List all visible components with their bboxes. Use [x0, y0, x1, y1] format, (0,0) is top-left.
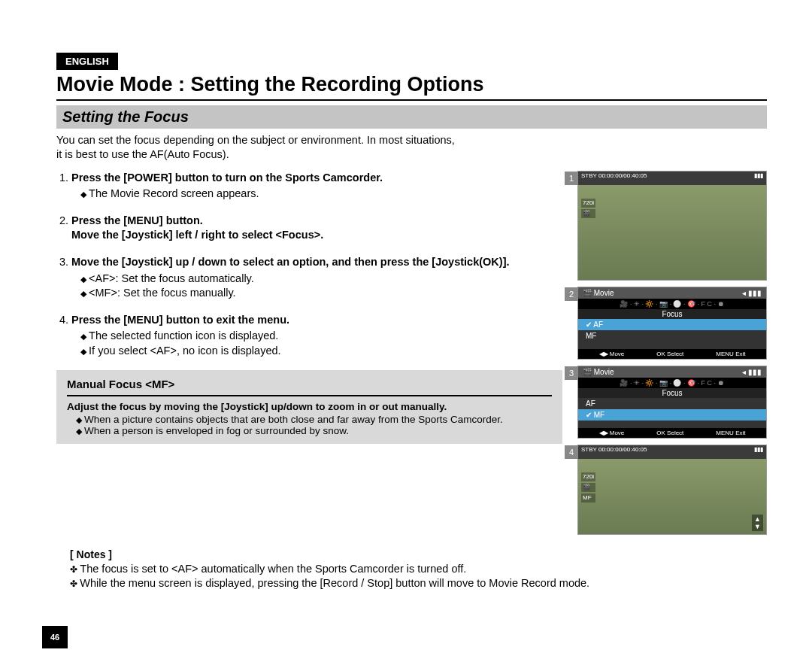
note-a: The focus is set to <AF> automatically w… [70, 562, 767, 577]
battery-icon: ◂ ▮▮▮ [742, 368, 762, 376]
menu-icon-row: 🎥 · ✳ · 🔆 · 📷 · ⚪ · 🎯 · F C · ⏺ [578, 378, 766, 388]
step-3-mf: <MF>: Set the focus manually. [89, 287, 236, 299]
intro-text: You can set the focus depending on the s… [56, 133, 767, 162]
menu-option-af[interactable]: ✔ AF [578, 319, 766, 330]
screenshot-number: 3 [565, 366, 578, 380]
mf-case-b: When a person is enveloped in fog or sur… [76, 425, 552, 436]
section-subtitle: Setting the Focus [56, 105, 767, 129]
screenshot-number: 4 [565, 445, 578, 459]
screenshot-4: 4 STBY 00:00:00/00:40:05 ▮▮▮ 720i 🎬 MF ▲… [577, 445, 767, 535]
intro-line-1: You can set the focus depending on the s… [56, 134, 455, 146]
battery-icon: ◂ ▮▮▮ [742, 289, 762, 297]
battery-icon: ▮▮▮ [754, 446, 763, 458]
steps-list: Press the [POWER] button to turn on the … [56, 171, 562, 359]
res-icon: 720i [581, 472, 595, 481]
menu-mode-label: Movie [594, 289, 614, 297]
mf-heading: Manual Focus <MF> [67, 378, 552, 396]
rec-icon: 🎬 [581, 483, 595, 492]
hint-move: ◀▶ Move [599, 351, 625, 357]
menu-section-label: Focus [578, 388, 766, 398]
notes-list: The focus is set to <AF> automatically w… [56, 562, 767, 591]
menu-mode: 🎬 [583, 368, 594, 376]
zoom-icon: ▲▼ [752, 515, 763, 531]
osd-icons: 720i 🎬 MF [581, 472, 595, 504]
menu-mode-label: Movie [594, 368, 614, 376]
screenshot-3: 3 🎬 Movie◂ ▮▮▮ 🎥 · ✳ · 🔆 · 📷 · ⚪ · 🎯 · F… [577, 366, 767, 439]
screenshot-number: 2 [565, 287, 578, 301]
page-title: Movie Mode : Setting the Recording Optio… [56, 73, 767, 101]
stby-indicator: STBY 00:00:00/00:40:05 [581, 446, 647, 458]
menu-mode: 🎬 [583, 289, 594, 297]
menu-option-af[interactable]: AF [578, 398, 766, 409]
screenshot-number: 1 [565, 172, 578, 185]
menu-section-label: Focus [578, 309, 766, 319]
step-3: Move the [Joystick] up / down to select … [71, 256, 510, 268]
page-number-badge: 46 [42, 626, 68, 648]
menu-option-mf[interactable]: MF [578, 330, 766, 342]
notes-heading: [ Notes ] [70, 548, 767, 560]
battery-icon: ▮▮▮ [754, 172, 763, 184]
step-4-b: If you select <AF>, no icon is displayed… [80, 344, 562, 359]
hint-move: ◀▶ Move [599, 430, 625, 436]
manual-focus-box: Manual Focus <MF> Adjust the focus by mo… [56, 370, 562, 444]
hint-exit: MENU Exit [716, 351, 745, 357]
res-icon: 720i [581, 199, 595, 208]
hint-select: OK Select [656, 351, 683, 357]
step-2a: Press the [MENU] button. [71, 214, 203, 226]
step-3-af: <AF>: Set the focus automatically. [89, 272, 254, 284]
osd-icons: 720i 🎬 [581, 199, 595, 220]
mf-icon: MF [581, 493, 595, 503]
rec-icon: 🎬 [581, 209, 595, 218]
step-4-a: The selected function icon is displayed. [80, 329, 562, 344]
screenshot-2: 2 🎬 Movie◂ ▮▮▮ 🎥 · ✳ · 🔆 · 📷 · ⚪ · 🎯 · F… [577, 287, 767, 360]
screenshot-1: 1 STBY 00:00:00/00:40:05 ▮▮▮ 720i 🎬 [577, 171, 767, 281]
step-1-sub: The Movie Record screen appears. [80, 187, 562, 202]
language-tab: ENGLISH [56, 53, 118, 70]
hint-exit: MENU Exit [716, 430, 745, 436]
step-4: Press the [MENU] button to exit the menu… [71, 314, 289, 326]
screenshots-column: 1 STBY 00:00:00/00:40:05 ▮▮▮ 720i 🎬 2 🎬 … [577, 171, 767, 541]
mf-line: Adjust the focus by moving the [Joystick… [67, 401, 447, 412]
instructions-column: Press the [POWER] button to turn on the … [56, 171, 577, 541]
stby-indicator: STBY 00:00:00/00:40:05 [581, 172, 647, 184]
menu-option-mf[interactable]: ✔ MF [578, 409, 766, 421]
step-2b: Move the [Joystick] left / right to sele… [71, 229, 323, 241]
note-b: While the menu screen is displayed, pres… [70, 576, 767, 591]
step-1: Press the [POWER] button to turn on the … [71, 172, 383, 184]
intro-line-2: it is best to use the AF(Auto Focus). [56, 148, 229, 160]
menu-icon-row: 🎥 · ✳ · 🔆 · 📷 · ⚪ · 🎯 · F C · ⏺ [578, 299, 766, 309]
hint-select: OK Select [656, 430, 683, 436]
mf-case-a: When a picture contains objects that are… [76, 414, 552, 425]
